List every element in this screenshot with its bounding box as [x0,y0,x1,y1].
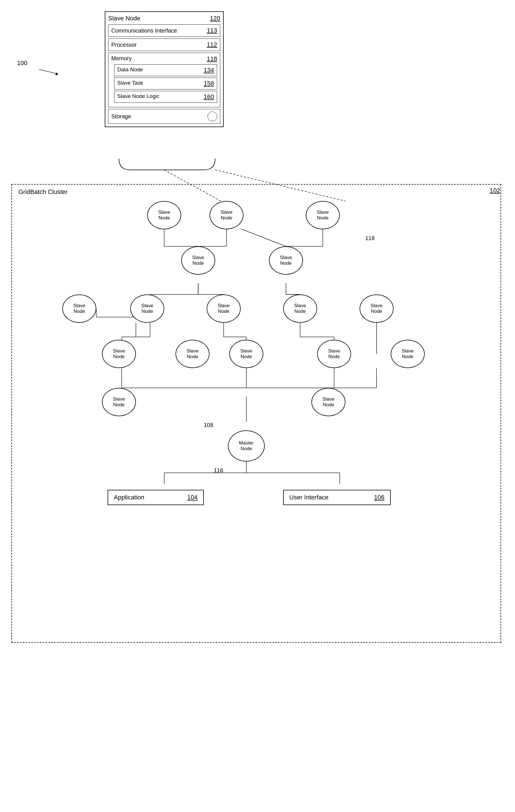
slave-node-logic-label: Slave Node Logic [117,93,160,100]
slave-task-label: Slave Task [117,80,143,87]
processor-ref: 112 [207,41,217,49]
slave-node-top-mid: SlaveNode [209,201,244,229]
cluster-box [11,184,501,643]
ref-116: 116 [214,467,223,474]
slave-node-3-far-left: SlaveNode [62,294,96,323]
data-node-row: Data Node 134 [114,64,217,76]
cluster-ref: 102 [490,187,503,194]
application-ref: 104 [187,494,198,501]
user-interface-label: User Interface [289,494,328,501]
label-100: 100 [17,59,27,67]
slave-node-mid-left: SlaveNode [181,246,215,274]
diagram-container: 100 Slave Node 120 Communications Interf… [0,0,515,812]
memory-inner: Data Node 134 Slave Task 158 Slave Node … [111,64,217,104]
application-label: Application [114,494,144,501]
slave-node-logic-ref: 160 [204,93,214,100]
comm-interface-row: Communications Interface 113 [108,24,220,37]
storage-label: Storage [111,113,131,120]
data-node-label: Data Node [117,66,143,74]
comm-interface-label: Communications Interface [111,27,177,34]
svg-marker-3 [55,72,58,75]
slave-node-3-mid: SlaveNode [207,294,241,323]
comm-interface-ref: 113 [207,27,217,34]
slave-node-3-mid-left: SlaveNode [130,294,164,323]
ref-108: 108 [204,422,213,428]
cylinder-icon [207,112,217,121]
cluster-label: GridBatch Cluster [19,188,68,196]
slave-node-mid-right: SlaveNode [269,246,303,274]
slave-node-title: Slave Node 120 [108,15,220,22]
data-node-ref: 134 [204,66,214,74]
master-node: MasterNode [228,430,265,462]
slave-node-4-mid-right: SlaveNode [229,340,263,368]
memory-label: Memory [111,55,132,63]
slave-task-row: Slave Task 158 [114,78,217,89]
slave-node-ref: 120 [210,15,220,22]
memory-row: Memory 118 Data Node 134 Slave Task 158 … [108,53,220,107]
slave-node-5-left: SlaveNode [102,388,136,416]
application-box: Application 104 [108,490,204,505]
memory-header: Memory 118 [111,55,217,63]
slave-node-logic-row: Slave Node Logic 160 [114,91,217,103]
slave-task-ref: 158 [204,80,214,87]
user-interface-ref: 106 [374,494,384,501]
slave-node-118-ref: 118 [365,235,375,241]
slave-node-detail: Slave Node 120 Communications Interface … [105,11,224,127]
slave-node-4-right: SlaveNode [317,340,351,368]
processor-row: Processor 112 [108,38,220,51]
storage-row: Storage [108,109,220,124]
slave-node-4-far-right: SlaveNode [391,340,425,368]
slave-node-3-far-right: SlaveNode [360,294,394,323]
slave-node-3-mid-right: SlaveNode [283,294,317,323]
svg-line-2 [39,69,57,74]
user-interface-box: User Interface 106 [283,490,391,505]
processor-label: Processor [111,41,137,48]
slave-node-4-left: SlaveNode [102,340,136,368]
slave-node-4-mid-left: SlaveNode [175,340,209,368]
memory-ref: 118 [207,55,217,63]
slave-node-5-right: SlaveNode [311,388,345,416]
slave-node-top-left: SlaveNode [147,201,181,229]
slave-node-title-label: Slave Node [108,15,140,22]
slave-node-top-right: SlaveNode [306,201,340,229]
